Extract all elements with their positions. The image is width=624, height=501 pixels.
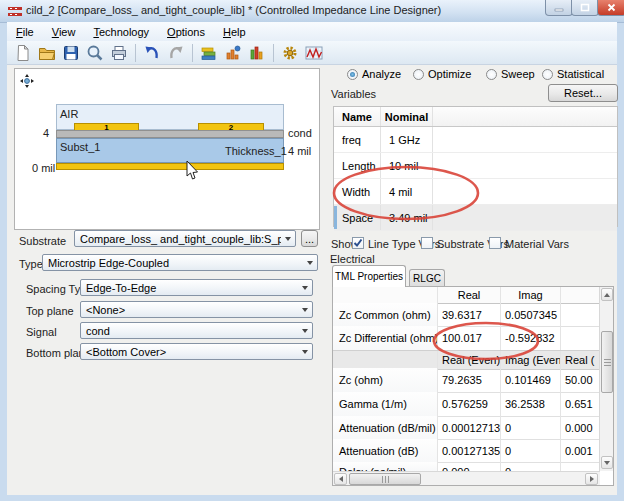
open-folder-icon — [38, 44, 56, 62]
undo-icon — [143, 44, 161, 62]
variable-name: Width — [334, 179, 381, 204]
col-header-name[interactable]: Name — [334, 107, 381, 126]
arrow-up-icon — [604, 293, 610, 297]
tml-cell-extra: 50.00 — [561, 368, 600, 392]
check-icon — [353, 238, 363, 248]
layer-stack-chart-button[interactable] — [197, 42, 221, 63]
col-header-nominal[interactable]: Nominal — [381, 107, 433, 126]
checkbox-material-vars[interactable] — [489, 237, 501, 249]
dropdown-arrow-icon — [303, 261, 317, 265]
move-handle-icon[interactable] — [20, 74, 34, 88]
tml-cell-imag: 0.0507345 — [501, 303, 561, 326]
radio-selected-icon — [347, 69, 358, 80]
thumb-grip-icon — [382, 476, 389, 483]
print-button[interactable] — [107, 42, 131, 63]
tml-cell-real: 0.576259 — [438, 392, 501, 416]
toolbar-separator — [273, 44, 274, 62]
waveform-button[interactable] — [302, 42, 326, 63]
minimize-button[interactable] — [545, 0, 573, 16]
type-select[interactable]: Microstrip Edge-Coupled — [42, 254, 318, 271]
checkbox-line-type-vars[interactable] — [352, 237, 364, 249]
bottom-plane-layer[interactable] — [56, 163, 284, 170]
variable-nominal: 10 mil — [381, 153, 433, 178]
radio-optimize[interactable]: Optimize — [413, 68, 471, 80]
toolbar-separator — [135, 44, 136, 62]
checkbox-substrate-vars[interactable] — [421, 237, 433, 249]
tml-subheader-real-odd: Real ( — [561, 351, 600, 369]
scroll-left-button[interactable] — [334, 473, 347, 485]
bottom-plane-select[interactable]: <Bottom Cover> — [80, 343, 313, 360]
tml-row-label: Attenuation (dB) — [333, 439, 438, 462]
close-button[interactable] — [597, 0, 624, 16]
vertical-scroll-thumb[interactable] — [601, 331, 613, 393]
tml-cell-extra: 0.000 — [561, 416, 600, 439]
variable-row-length[interactable]: Length 10 mil — [334, 153, 617, 179]
title-bar[interactable]: cild_2 [Compare_loss_ and_tight_couple_l… — [0, 0, 624, 23]
tml-properties-table: Real Imag Zc Common (ohm) 39.6317 0.0507… — [332, 286, 614, 486]
signal-label: Signal — [26, 326, 57, 338]
tml-cell-extra — [561, 303, 600, 326]
menu-file[interactable]: File — [7, 24, 43, 40]
radio-statistical[interactable]: Statistical — [542, 68, 604, 80]
tml-header-imag[interactable]: Imag — [501, 287, 561, 303]
tab-rlgc-label: RLGC — [413, 273, 441, 284]
compare-chart-button[interactable] — [245, 42, 269, 63]
type-label: Type — [19, 258, 43, 270]
maximize-button[interactable] — [571, 0, 599, 16]
radio-sweep[interactable]: Sweep — [486, 68, 535, 80]
arrow-down-icon — [604, 461, 610, 465]
tml-row-zc: Zc (ohm) 79.2635 0.101469 50.00 — [333, 368, 600, 393]
scroll-right-button[interactable] — [585, 473, 598, 485]
radio-analyze[interactable]: Analyze — [347, 68, 401, 80]
tml-row-label: Delay (ns/mil) — [333, 462, 438, 471]
zoom-button[interactable] — [83, 42, 107, 63]
horizontal-scrollbar[interactable] — [333, 471, 600, 485]
settings-button[interactable] — [278, 42, 302, 63]
tab-tml-properties[interactable]: TML Properties — [332, 265, 406, 287]
menu-help[interactable]: Help — [214, 24, 255, 40]
variable-row-space[interactable]: Space 3.49 mil — [334, 205, 617, 231]
checkbox-material-vars-label: Material Vars — [505, 238, 569, 250]
tml-cell-extra — [561, 462, 600, 471]
close-icon — [607, 3, 616, 12]
open-button[interactable] — [35, 42, 59, 63]
undo-button[interactable] — [140, 42, 164, 63]
electrical-section-label: Electrical — [330, 253, 375, 265]
spacing-type-select[interactable]: Edge-To-Edge — [80, 279, 313, 296]
new-file-button[interactable] — [11, 42, 35, 63]
reset-button[interactable]: Reset... — [548, 84, 618, 102]
vertical-scrollbar[interactable] — [599, 287, 613, 471]
variable-nominal: 1 GHz — [381, 127, 433, 152]
scroll-up-button[interactable] — [601, 288, 613, 301]
bar-chart-button[interactable] — [221, 42, 245, 63]
save-button[interactable] — [59, 42, 83, 63]
tab-rlgc[interactable]: RLGC — [409, 269, 445, 287]
tab-tml-properties-label: TML Properties — [335, 271, 403, 282]
scroll-down-button[interactable] — [601, 456, 613, 469]
tml-cell-imag: 0.101469 — [501, 368, 561, 392]
substrate-select[interactable]: Compare_loss_ and_tight_couple_lib:S_par… — [74, 230, 296, 247]
variable-name: freq — [334, 127, 381, 152]
spacing-type-value: Edge-To-Edge — [81, 282, 298, 294]
tml-header-real[interactable]: Real — [438, 287, 501, 303]
radio-statistical-label: Statistical — [557, 68, 604, 80]
new-file-icon — [14, 44, 32, 62]
menu-view[interactable]: View — [43, 24, 85, 40]
substrate-browse-button[interactable]: ... — [301, 230, 318, 247]
cond-layer-height-label: 4 — [43, 127, 49, 139]
variables-table: Name Nominal freq 1 GHz Length 10 mil Wi… — [333, 106, 618, 227]
variable-row-width[interactable]: Width 4 mil — [334, 179, 617, 205]
bar-chart-icon — [224, 44, 242, 62]
variable-row-freq[interactable]: freq 1 GHz — [334, 127, 617, 153]
cross-section-canvas[interactable]: AIR 1 2 4 cond Subst_1 Thickness_1 4 mil… — [14, 68, 320, 230]
menu-technology[interactable]: Technology — [84, 24, 158, 40]
top-plane-select[interactable]: <None> — [80, 301, 313, 318]
waveform-icon — [305, 44, 323, 62]
cond-layer[interactable] — [56, 130, 284, 138]
horizontal-scroll-thumb[interactable] — [349, 473, 421, 485]
redo-button[interactable] — [164, 42, 188, 63]
tml-row-label: Zc (ohm) — [333, 368, 438, 392]
menu-options[interactable]: Options — [158, 24, 214, 40]
signal-select[interactable]: cond — [80, 322, 313, 339]
selection-indicator — [334, 206, 337, 229]
